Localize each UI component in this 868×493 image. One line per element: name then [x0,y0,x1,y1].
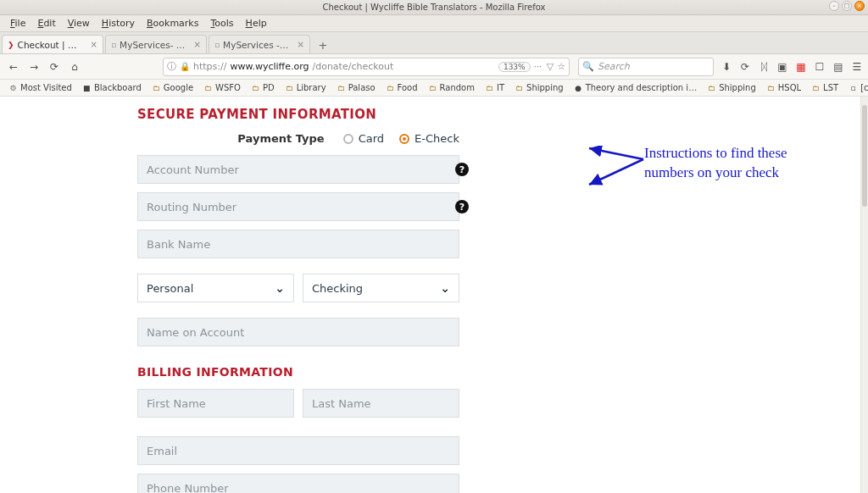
new-tab-button[interactable]: + [314,36,332,53]
annotation-line2: numbers on your check [644,163,839,183]
input-placeholder: Bank Name [147,238,210,251]
menu-edit[interactable]: Edit [32,16,60,30]
toolbar-icon-5[interactable]: ☐ [814,61,826,73]
bookmark-favicon-icon: 🗀 [251,83,260,92]
account-number-input[interactable]: Account Number ? [137,155,459,184]
payment-type-row: Payment Type Card E-Check [137,132,731,145]
bookmark-label: Random [440,83,475,92]
menu-file[interactable]: File [5,16,31,30]
tab-close-icon[interactable]: × [194,40,201,49]
bookmark-label: Food [398,83,418,92]
input-placeholder: First Name [147,397,206,410]
toolbar-icon-0[interactable]: ⬇ [721,61,732,73]
tracking-shield-icon[interactable]: ▽ [547,61,554,72]
email-input[interactable]: Email [137,436,459,465]
nav-reload-button[interactable]: ⟳ [46,58,63,75]
tab-label: MyServices - ViewDonorHisto… [223,40,291,50]
bookmark-item[interactable]: 🗀Food [382,82,421,93]
bookmark-item[interactable]: 🗀IT [481,82,508,93]
tab-close-icon[interactable]: × [298,40,304,49]
info-icon[interactable]: ⓘ [167,60,176,73]
bookmarks-toolbar: ⚙Most Visited■Blackboard🗀Google🗀WSFO🗀PD🗀… [0,80,868,97]
payment-type-echeck-label: E-Check [415,132,459,145]
annotation-text: Instructions to find these numbers on yo… [644,144,839,183]
first-name-input[interactable]: First Name [137,389,294,418]
toolbar-icon-6[interactable]: ▤ [832,61,844,73]
bookmark-item[interactable]: 🗀HSQL [763,82,804,93]
bookmark-label: Palaso [348,83,376,92]
input-placeholder: Phone Number [147,482,229,494]
window-minimize-button[interactable]: – [829,1,839,11]
account-kind-select[interactable]: Checking ⌄ [303,274,459,302]
toolbar-icon-7[interactable]: ☰ [851,61,863,73]
menu-history[interactable]: History [97,16,140,30]
toolbar-icon-2[interactable]: ᛞ [758,61,770,73]
browser-tab-0[interactable]: ❯Checkout | Wycliffe Bible T…× [2,35,103,53]
page-actions-menu[interactable]: ⋯ [534,62,543,71]
page-scrollbar[interactable] [860,97,868,493]
last-name-input[interactable]: Last Name [303,389,459,418]
checkout-form: SECURE PAYMENT INFORMATION Payment Type … [137,97,731,493]
annotation-line1: Instructions to find these [644,144,839,163]
menu-help[interactable]: Help [241,16,272,30]
bank-name-input[interactable]: Bank Name [137,230,459,258]
bookmark-item[interactable]: 🗀Shipping [704,82,760,93]
toolbar-icon-4[interactable]: ▦ [795,61,807,73]
page-viewport: SECURE PAYMENT INFORMATION Payment Type … [0,97,868,493]
window-maximize-button[interactable]: □ [842,1,852,11]
bookmark-favicon-icon: 🗀 [707,83,716,92]
bookmark-label: Library [297,83,326,92]
bookmark-item[interactable]: 🗀Random [425,82,478,93]
tab-close-icon[interactable]: × [91,40,97,49]
billing-info-heading: BILLING INFORMATION [137,365,731,379]
toolbar-icon-1[interactable]: ⟳ [739,61,751,73]
payment-type-card-radio[interactable]: Card [343,132,384,145]
routing-number-help-icon[interactable]: ? [455,200,469,213]
bookmark-favicon-icon: ▫ [849,83,858,92]
search-bar[interactable]: 🔍 Search [578,58,714,76]
scrollbar-thumb[interactable] [862,105,867,207]
chevron-down-icon: ⌄ [440,281,450,295]
lock-icon: 🔒 [180,62,190,71]
tab-label: MyServices- MyDonationHist… [120,40,187,50]
window-title: Checkout | Wycliffe Bible Translators - … [323,3,546,12]
input-placeholder: Name on Account [147,326,244,339]
nav-back-button[interactable]: ← [5,58,22,75]
bookmark-star-icon[interactable]: ☆ [557,61,565,72]
toolbar-icon-3[interactable]: ▣ [776,61,788,73]
bookmark-item[interactable]: ⚙Most Visited [5,82,75,93]
bookmark-item[interactable]: 🗀Shipping [511,82,567,93]
search-placeholder: Search [598,61,630,72]
bookmark-item[interactable]: 🗀WSFO [200,82,244,93]
bookmark-item[interactable]: 🗀Google [148,82,197,93]
radio-dot-icon [343,134,353,144]
phone-input[interactable]: Phone Number [137,474,459,493]
bookmark-item[interactable]: 🗀PD [248,82,278,93]
routing-number-input[interactable]: Routing Number ? [137,192,459,221]
menu-bookmarks[interactable]: Bookmarks [142,16,203,30]
window-controls: – □ × [829,1,865,11]
bookmark-favicon-icon: ■ [82,83,92,92]
menu-tools[interactable]: Tools [205,16,238,30]
nav-home-button[interactable]: ⌂ [66,58,83,75]
account-owner-type-select[interactable]: Personal ⌄ [137,274,294,302]
window-close-button[interactable]: × [854,1,865,11]
bookmark-item[interactable]: ■Blackboard [79,82,145,93]
url-bar[interactable]: ⓘ 🔒 https://www.wycliffe.org/donate/chec… [163,58,570,76]
bookmark-item[interactable]: 🗀Palaso [333,82,379,93]
window-titlebar: Checkout | Wycliffe Bible Translators - … [0,0,868,15]
bookmark-item[interactable]: ▫[cpufreq] [845,82,868,93]
bookmark-item[interactable]: ●Theory and description i… [570,82,700,93]
select-value: Personal [147,282,193,295]
browser-tab-1[interactable]: ▫MyServices- MyDonationHist…× [105,35,207,53]
bookmark-item[interactable]: 🗀LST [808,82,842,93]
name-on-account-input[interactable]: Name on Account [137,318,459,346]
bookmark-item[interactable]: 🗀Library [281,82,330,93]
menu-view[interactable]: View [63,16,95,30]
account-number-help-icon[interactable]: ? [455,163,469,176]
nav-forward-button[interactable]: → [25,58,42,75]
payment-type-echeck-radio[interactable]: E-Check [399,132,459,145]
zoom-badge[interactable]: 133% [498,62,531,72]
tab-favicon-icon: ▫ [214,40,220,50]
browser-tab-2[interactable]: ▫MyServices - ViewDonorHisto…× [209,35,310,53]
